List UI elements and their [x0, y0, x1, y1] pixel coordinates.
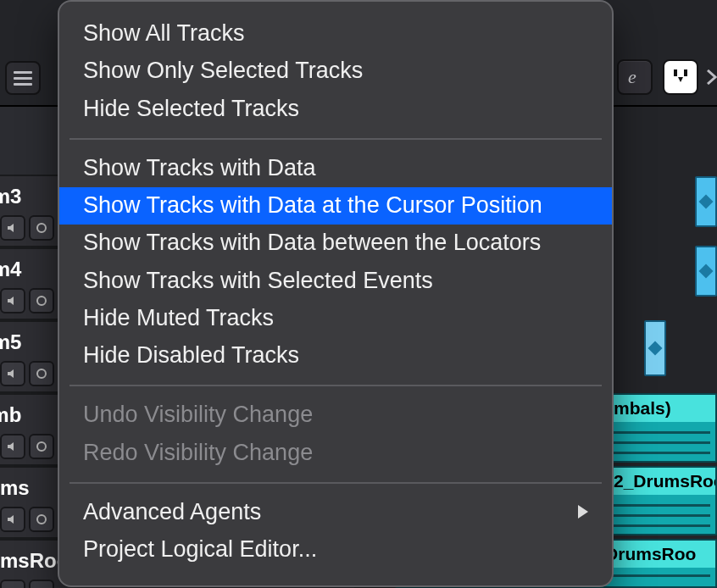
- track-loop-button[interactable]: [29, 361, 54, 386]
- track-name-label: rums: [0, 476, 30, 500]
- track-mute-button[interactable]: [0, 361, 25, 386]
- track-name-label: ymb: [0, 403, 21, 427]
- speaker-icon: [6, 367, 19, 380]
- track-loop-button[interactable]: [29, 215, 54, 241]
- track-mute-button[interactable]: [0, 215, 25, 241]
- menu-item-label: Project Logical Editor...: [83, 534, 317, 565]
- snap-icon: [670, 67, 691, 87]
- track-mute-button[interactable]: [0, 434, 25, 459]
- menu-item-redo-visibility: Redo Visibility Change: [59, 435, 612, 472]
- menu-item-show-with-data-locators[interactable]: Show Tracks with Data between the Locato…: [59, 225, 612, 262]
- menu-item-label: Show Only Selected Tracks: [83, 55, 363, 86]
- svg-text:e: e: [628, 67, 636, 87]
- clip-title: 2_DrumsRoo: [607, 468, 715, 495]
- audio-clip[interactable]: [644, 320, 666, 376]
- menu-item-label: Show Tracks with Selected Events: [83, 265, 433, 297]
- track-name-label: om5: [0, 330, 21, 354]
- menu-separator: [69, 482, 602, 484]
- svg-point-2: [37, 297, 46, 305]
- track-loop-button[interactable]: [29, 434, 54, 459]
- speaker-icon: [6, 513, 19, 526]
- menu-item-label: Show Tracks with Data at the Cursor Posi…: [83, 190, 542, 221]
- menu-item-label: Undo Visibility Change: [83, 399, 313, 430]
- menu-item-undo-visibility: Undo Visibility Change: [59, 397, 612, 434]
- menu-item-label: Show Tracks with Data: [83, 153, 316, 184]
- loop-icon: [35, 513, 48, 526]
- speaker-icon: [6, 221, 19, 235]
- svg-point-3: [37, 369, 46, 378]
- submenu-arrow-icon: [578, 505, 588, 519]
- menu-item-label: Hide Disabled Tracks: [83, 340, 299, 371]
- menu-item-label: Show Tracks with Data between the Locato…: [83, 227, 541, 258]
- svg-point-1: [37, 224, 46, 232]
- audio-clip[interactable]: 2_DrumsRoo: [605, 466, 717, 535]
- panel-toggle-button[interactable]: [5, 61, 41, 95]
- menu-item-hide-disabled[interactable]: Hide Disabled Tracks: [59, 337, 612, 374]
- svg-point-5: [37, 515, 46, 524]
- menu-item-show-only-selected[interactable]: Show Only Selected Tracks: [59, 53, 612, 90]
- menu-item-show-with-data[interactable]: Show Tracks with Data: [59, 150, 612, 187]
- svg-point-4: [37, 442, 46, 451]
- menu-item-label: Hide Selected Tracks: [83, 93, 299, 125]
- menu-item-label: Hide Muted Tracks: [83, 302, 274, 334]
- audio-clip[interactable]: [695, 246, 717, 297]
- chevron-right-icon: [707, 69, 717, 85]
- hamburger-icon: [14, 71, 32, 86]
- menu-item-label: Advanced Agents: [83, 496, 261, 528]
- loop-icon: [35, 367, 48, 380]
- loop-icon: [35, 294, 48, 308]
- menu-item-advanced-agents[interactable]: Advanced Agents: [59, 494, 612, 531]
- menu-item-hide-muted[interactable]: Hide Muted Tracks: [59, 300, 612, 337]
- track-mute-button[interactable]: [0, 580, 25, 588]
- track-loop-button[interactable]: [29, 580, 54, 588]
- menu-item-show-with-selected-events[interactable]: Show Tracks with Selected Events: [59, 263, 612, 300]
- audio-clip[interactable]: [695, 176, 717, 227]
- speaker-icon: [6, 294, 19, 308]
- menu-separator: [69, 138, 602, 140]
- audio-clip[interactable]: mbals): [605, 393, 717, 463]
- track-loop-button[interactable]: [29, 288, 54, 313]
- clip-glyph-icon: [699, 264, 714, 279]
- snap-button[interactable]: [663, 59, 698, 95]
- menu-item-label: Redo Visibility Change: [83, 437, 313, 469]
- loop-icon: [35, 221, 48, 235]
- track-mute-button[interactable]: [0, 507, 25, 532]
- letter-e-icon: e: [625, 67, 645, 87]
- loop-icon: [35, 440, 48, 453]
- waveform-icon: [612, 498, 710, 530]
- track-mute-button[interactable]: [0, 288, 25, 313]
- track-name-label: om3: [0, 185, 21, 208]
- clip-glyph-icon: [699, 195, 714, 209]
- track-loop-button[interactable]: [29, 507, 54, 532]
- menu-item-project-logical-editor[interactable]: Project Logical Editor...: [59, 531, 612, 569]
- track-name-label: om4: [0, 258, 21, 281]
- edit-mode-button[interactable]: e: [617, 59, 653, 95]
- clip-glyph-icon: [648, 341, 663, 356]
- visibility-context-menu: Show All Tracks Show Only Selected Track…: [58, 0, 614, 587]
- menu-separator: [69, 385, 602, 386]
- waveform-icon: [612, 425, 710, 458]
- menu-item-hide-selected[interactable]: Hide Selected Tracks: [59, 91, 612, 128]
- clip-title: mbals): [607, 395, 715, 422]
- menu-item-show-all[interactable]: Show All Tracks: [59, 15, 612, 53]
- menu-item-label: Show All Tracks: [83, 18, 245, 49]
- menu-item-show-with-data-cursor[interactable]: Show Tracks with Data at the Cursor Posi…: [59, 187, 612, 225]
- speaker-icon: [6, 440, 19, 453]
